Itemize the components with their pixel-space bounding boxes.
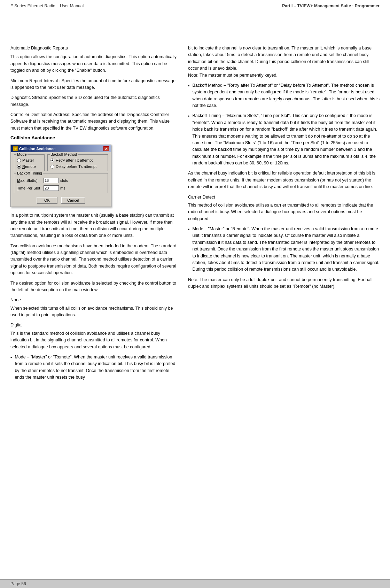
dialog-body: Mode Master Remote Backoff Method	[11, 152, 111, 173]
master-radio-row[interactable]: Master	[17, 158, 41, 162]
bullet-4-dot: •	[188, 226, 189, 273]
timing-group-label: Backoff Timing	[16, 171, 43, 175]
note-carrier: Note: The master can only be a full dupl…	[188, 277, 380, 290]
bullet-3-dot: •	[188, 113, 189, 167]
remote-radio-row[interactable]: Remote	[17, 164, 41, 169]
dialog-titlebar: ⚡ Collision Avoidance ✕	[11, 145, 111, 152]
ok-button[interactable]: OK	[37, 197, 57, 204]
page-header: E Series Ethernet Radio – User Manual Pa…	[0, 0, 390, 10]
delay-radio[interactable]	[50, 165, 54, 169]
p-desired: The desired option for collision avoidan…	[10, 280, 178, 294]
left-column: Automatic Diagnostic Reports This option…	[10, 10, 178, 384]
dialog-buttons: OK Cancel	[11, 195, 111, 207]
collision-avoidance-heading: Collision Avoidance	[10, 135, 178, 140]
retry-radio-row[interactable]: Retry after Tx attempt	[50, 158, 105, 162]
delay-label: Delay before Tx attempt	[56, 164, 96, 169]
time-per-slot-row: Time Per Slot ms	[17, 185, 105, 191]
dialog-title-text: Collision Avoidance	[19, 147, 55, 151]
bullet-item-1: • Mode – "Master" or "Remote". When the …	[10, 354, 178, 381]
bullet-1-text: Mode – "Master" or "Remote". When the ma…	[15, 354, 178, 381]
dialog-wrapper: ⚡ Collision Avoidance ✕ Mode Master	[10, 145, 178, 207]
p-intro: In a point to multipoint system the mast…	[10, 212, 178, 239]
delay-radio-row[interactable]: Delay before Tx attempt	[50, 164, 105, 169]
backoff-group-label: Backoff Method	[50, 152, 78, 156]
retry-radio[interactable]	[50, 158, 54, 162]
bullet-item-4: • Mode – "Master" or "Remote". When the …	[188, 226, 380, 273]
max-slots-row: Max. Slot(s) slots	[17, 178, 105, 183]
dialog-title-left: ⚡ Collision Avoidance	[13, 146, 55, 151]
master-label: Master	[22, 158, 34, 162]
p-none: When selected this turns off all collisi…	[10, 305, 178, 319]
page-footer: Page 56	[0, 579, 390, 588]
backoff-timing-group: Backoff Timing Max. Slot(s) slots Time P…	[14, 173, 108, 193]
p-two-mech: Two collision avoidance mechanisms have …	[10, 243, 178, 277]
time-per-slot-unit: ms	[60, 186, 65, 190]
dialog-icon: ⚡	[13, 146, 18, 151]
header-left-text: E Series Ethernet Radio – User Manual	[10, 3, 84, 8]
bullet-2-text: Backoff Method – "Retry after Tx Attempt…	[192, 82, 380, 109]
auto-diag-p3: Diagnostic Stream: Specifies the SID cod…	[10, 94, 178, 108]
dialog-close-button[interactable]: ✕	[103, 146, 109, 151]
mode-group: Mode Master Remote	[14, 154, 45, 171]
remote-label: Remote	[22, 164, 36, 169]
p-continue: bit to indicate the channel is now clear…	[188, 45, 380, 79]
p-channel-busy: As the channel busy indication bit is cr…	[188, 170, 380, 190]
auto-diag-heading: Automatic Diagnostic Reports	[10, 45, 178, 52]
p-carrier: This method of collision avoidance utili…	[188, 202, 380, 222]
none-heading: None	[10, 297, 178, 303]
cancel-button[interactable]: Cancel	[61, 197, 85, 204]
backoff-method-group: Backoff Method Retry after Tx attempt De…	[47, 154, 108, 171]
header-right-text: Part I – TVIEW+ Management Suite - Progr…	[282, 3, 380, 8]
bullet-item-3: • Backoff Timing – "Maximum Slots", "Tim…	[188, 113, 380, 167]
remote-radio[interactable]	[17, 165, 21, 169]
retry-label: Retry after Tx attempt	[56, 158, 93, 162]
page-number: Page 56	[10, 581, 26, 586]
main-content: Automatic Diagnostic Reports This option…	[0, 10, 390, 384]
bullet-1-dot: •	[10, 355, 12, 381]
carrier-detect-heading: Carrier Detect	[188, 194, 380, 201]
auto-diag-p2: Minimum Report Interval : Specifies the …	[10, 78, 178, 91]
bullet-4-text: Mode – "Master" or "Remote". When the ma…	[192, 226, 380, 273]
bullet-item-2: • Backoff Method – "Retry after Tx Attem…	[188, 82, 380, 109]
mode-group-label: Mode	[16, 152, 28, 156]
max-slots-unit: slots	[60, 178, 68, 183]
p-digital: This is the standard method of collision…	[10, 330, 178, 350]
collision-dialog: ⚡ Collision Avoidance ✕ Mode Master	[10, 145, 111, 207]
max-slots-label: Max. Slot(s)	[17, 178, 42, 183]
auto-diag-p1: This option allows the configuration of …	[10, 54, 178, 74]
digital-heading: Digital	[10, 322, 178, 328]
time-per-slot-input[interactable]	[44, 185, 59, 191]
right-column: bit to indicate the channel is now clear…	[188, 10, 380, 384]
max-slots-input[interactable]	[44, 178, 59, 183]
bullet-2-dot: •	[188, 83, 189, 109]
time-per-slot-label: Time Per Slot	[17, 186, 42, 190]
bullet-3-text: Backoff Timing – "Maximum Slots", "Time …	[192, 113, 380, 167]
auto-diag-p4: Controller Destination Address: Specifie…	[10, 111, 178, 132]
master-radio[interactable]	[17, 158, 21, 162]
